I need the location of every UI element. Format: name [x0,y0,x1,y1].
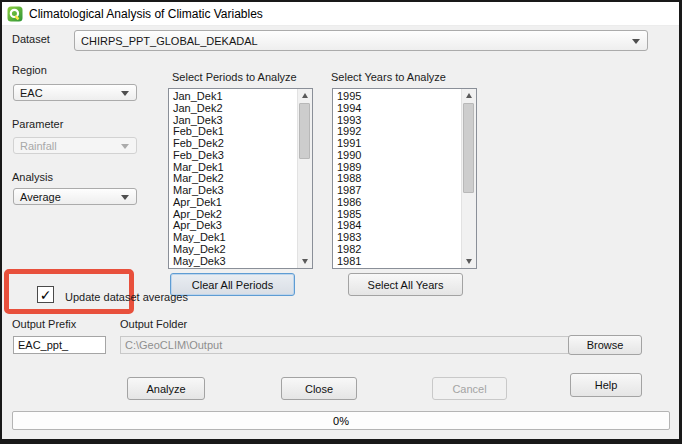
region-dropdown[interactable]: EAC [13,84,137,101]
period-item[interactable]: Apr_Dek1 [173,197,297,209]
analysis-value: Average [20,191,61,203]
qgis-logo-icon [7,6,23,22]
period-item[interactable]: Feb_Dek2 [173,138,297,150]
browse-button[interactable]: Browse [568,335,642,355]
period-item[interactable]: Jun_Dek1 [173,267,297,268]
periods-label: Select Periods to Analyze [172,71,297,83]
period-item[interactable]: Jan_Dek1 [173,91,297,103]
title-bar: Climatological Analysis of Climatic Vari… [2,2,679,26]
output-folder-label: Output Folder [120,318,187,330]
analyze-button[interactable]: Analyze [127,377,205,400]
update-averages-label: Update dataset averages [65,291,188,303]
scroll-up-icon[interactable] [298,89,312,102]
chevron-down-icon [121,144,129,149]
year-item[interactable]: 1982 [337,244,461,256]
cancel-button: Cancel [432,377,507,400]
parameter-label: Parameter [12,118,63,130]
year-item[interactable]: 1981 [337,256,461,268]
help-button[interactable]: Help [570,373,642,397]
analysis-dropdown[interactable]: Average [13,188,137,205]
years-label: Select Years to Analyze [331,71,446,83]
dataset-label: Dataset [12,33,50,45]
years-scrollbar[interactable] [461,89,476,268]
scroll-up-icon[interactable] [462,89,476,102]
checkmark-icon: ✓ [40,287,52,303]
dialog-window: Climatological Analysis of Climatic Vari… [0,0,682,444]
year-item[interactable]: 1995 [337,91,461,103]
select-all-years-button[interactable]: Select All Years [348,273,463,296]
parameter-value: Rainfall [20,140,57,152]
analysis-label: Analysis [12,171,53,183]
clear-all-periods-button[interactable]: Clear All Periods [170,273,295,296]
region-label: Region [12,64,47,76]
period-item[interactable]: May_Dek2 [173,244,297,256]
years-scrollbar-thumb[interactable] [463,103,474,193]
dataset-dropdown[interactable]: CHIRPS_PPT_GLOBAL_DEKADAL [74,30,648,51]
chevron-down-icon [121,91,129,96]
year-item[interactable]: 1990 [337,150,461,162]
periods-scrollbar-thumb[interactable] [299,103,310,159]
period-item[interactable]: Jan_Dek2 [173,103,297,115]
dataset-value: CHIRPS_PPT_GLOBAL_DEKADAL [81,35,258,47]
parameter-dropdown: Rainfall [13,137,137,154]
close-button[interactable]: Close [281,377,357,400]
period-item[interactable]: Feb_Dek3 [173,150,297,162]
year-item[interactable]: 1986 [337,197,461,209]
year-item[interactable]: 1994 [337,103,461,115]
chevron-down-icon [121,195,129,200]
update-averages-checkbox[interactable]: ✓ [37,286,54,303]
window-title: Climatological Analysis of Climatic Vari… [29,7,263,21]
periods-scrollbar[interactable] [297,89,312,268]
period-item[interactable]: Mar_Dek3 [173,185,297,197]
chevron-down-icon [632,39,640,44]
years-listbox[interactable]: 1995199419931992199119901989198819871986… [332,88,477,269]
output-folder-input [120,336,617,354]
progress-value: 0% [333,415,349,427]
output-prefix-label: Output Prefix [12,318,76,330]
period-item[interactable]: May_Dek1 [173,232,297,244]
periods-listbox[interactable]: Jan_Dek1Jan_Dek2Jan_Dek3Feb_Dek1Feb_Dek2… [168,88,313,269]
progress-bar: 0% [12,411,670,430]
region-value: EAC [20,87,43,99]
scroll-down-icon[interactable] [298,255,312,268]
year-item[interactable]: 1983 [337,232,461,244]
year-item[interactable]: 1991 [337,138,461,150]
scroll-down-icon[interactable] [462,255,476,268]
year-item[interactable]: 1987 [337,185,461,197]
output-prefix-input[interactable] [13,336,106,354]
